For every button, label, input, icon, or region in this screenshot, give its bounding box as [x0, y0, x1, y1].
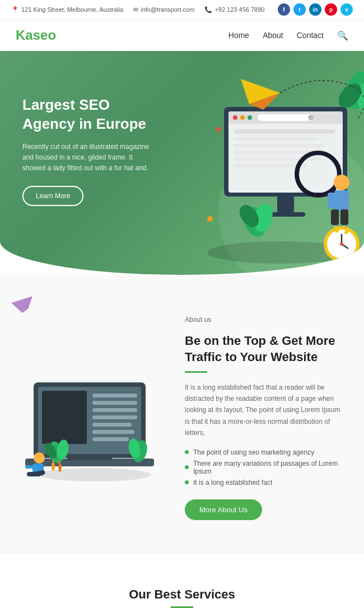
svg-rect-24	[340, 209, 348, 225]
twitter-icon[interactable]: t	[293, 3, 306, 16]
svg-point-5	[240, 115, 245, 120]
hero-description: Recently cut out of an illustrated magaz…	[22, 142, 151, 174]
address-text: 121 King Street, Melbourne, Australia	[21, 6, 123, 13]
learn-more-button[interactable]: Learn More	[22, 186, 83, 206]
about-decoration	[11, 292, 34, 316]
svg-rect-56	[92, 430, 134, 434]
email-text: info@transport.com	[141, 6, 194, 13]
about-list: The point of using seo marketing agency …	[185, 447, 342, 488]
phone-item: 📞 +92 123 456 7890	[204, 6, 264, 13]
hero-content: Largest SEO Agency in Europe Recently cu…	[0, 51, 174, 262]
hero-title: Largest SEO Agency in Europe	[22, 96, 151, 134]
about-underline	[185, 371, 207, 373]
svg-rect-59	[67, 457, 112, 460]
svg-point-47	[39, 468, 151, 481]
svg-rect-32	[334, 259, 338, 265]
svg-point-8	[308, 115, 314, 120]
about-illustration	[22, 349, 168, 485]
services-section: Our Best Services Web Analytics It is a …	[0, 554, 364, 608]
svg-rect-9	[234, 129, 335, 134]
svg-rect-15	[277, 197, 294, 212]
svg-point-66	[58, 463, 62, 472]
about-description: It is a long established fact that a rea…	[185, 382, 342, 439]
logo[interactable]: Kaseo	[16, 27, 56, 43]
list-item: There are many variations of passages of…	[185, 458, 342, 477]
svg-rect-10	[234, 137, 318, 141]
search-icon[interactable]: 🔍	[337, 30, 348, 41]
svg-rect-12	[234, 151, 312, 154]
nav-home[interactable]: Home	[228, 31, 249, 40]
about-title: Be on the Top & Get More Traffic to Your…	[185, 333, 342, 365]
svg-point-44	[207, 216, 213, 222]
facebook-icon[interactable]: f	[278, 3, 290, 16]
svg-point-6	[248, 115, 252, 120]
list-item: The point of using seo marketing agency	[185, 447, 342, 458]
address-item: 📍 121 King Street, Melbourne, Australia	[11, 6, 123, 13]
svg-rect-51	[92, 394, 137, 397]
phone-icon: 📞	[204, 6, 212, 13]
email-item: ✉ info@transport.com	[133, 6, 194, 13]
svg-rect-33	[345, 259, 349, 265]
nav-contact[interactable]: Contact	[297, 31, 324, 40]
location-icon: 📍	[11, 6, 19, 13]
main-nav: Kaseo Home About Contact 🔍	[0, 20, 364, 51]
svg-rect-11	[234, 144, 324, 147]
svg-rect-55	[92, 423, 132, 427]
svg-point-64	[52, 462, 55, 471]
phone-text: +92 123 456 7890	[214, 6, 264, 13]
svg-rect-57	[92, 437, 129, 441]
nav-about[interactable]: About	[263, 31, 283, 40]
email-icon: ✉	[133, 6, 138, 13]
hero-section: Largest SEO Agency in Europe Recently cu…	[0, 51, 364, 275]
linkedin-icon[interactable]: in	[309, 3, 321, 16]
top-bar: 📍 121 King Street, Melbourne, Australia …	[0, 0, 364, 20]
svg-point-69	[34, 452, 45, 464]
svg-rect-52	[92, 401, 137, 405]
svg-rect-73	[25, 465, 33, 469]
pinterest-icon[interactable]: p	[325, 3, 337, 16]
hero-illustration	[168, 62, 364, 275]
svg-point-19	[334, 175, 349, 190]
services-title: Our Best Services	[17, 587, 347, 602]
top-bar-left: 📍 121 King Street, Melbourne, Australia …	[11, 6, 264, 13]
svg-rect-22	[341, 193, 349, 208]
social-icons: f t in p v	[278, 3, 353, 16]
about-tag: About us	[185, 314, 342, 325]
svg-rect-50	[42, 391, 87, 444]
svg-rect-21	[328, 193, 335, 208]
nav-links: Home About Contact 🔍	[228, 30, 348, 41]
about-text: About us Be on the Top & Get More Traffi…	[185, 314, 342, 520]
svg-rect-53	[92, 408, 137, 412]
vimeo-icon[interactable]: v	[340, 3, 353, 16]
more-about-button[interactable]: More About Us	[185, 499, 262, 520]
list-item: It is a long established fact	[185, 477, 342, 488]
about-section: About us Be on the Top & Get More Traffi…	[0, 275, 364, 554]
svg-rect-23	[331, 209, 339, 225]
svg-point-4	[233, 115, 237, 120]
svg-rect-54	[92, 415, 137, 419]
services-underline	[171, 606, 193, 608]
svg-rect-7	[258, 114, 314, 121]
svg-point-29	[340, 242, 343, 246]
svg-point-42	[216, 127, 221, 132]
